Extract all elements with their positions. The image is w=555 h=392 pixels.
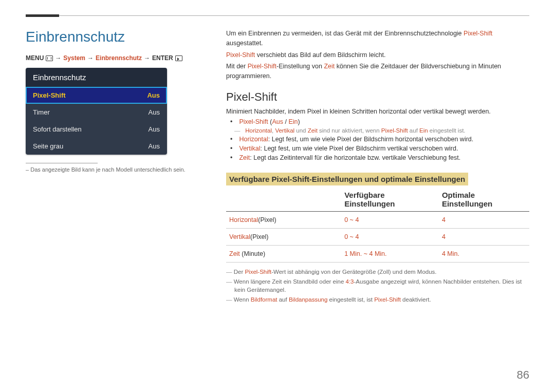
osd-row-sofort: Sofort darstellen Aus	[26, 121, 167, 138]
intro-line-2: Pixel-Shift verschiebt das Bild auf dem …	[226, 50, 529, 60]
bullet-horizontal: Horizontal: Legt fest, um wie viele Pixe…	[237, 136, 529, 143]
osd-row-label: Sofort darstellen	[33, 125, 82, 133]
osd-row-timer: Timer Aus	[26, 104, 167, 121]
table-row: Zeit (Minute) 1 Min. ~ 4 Min. 4 Min.	[226, 245, 529, 262]
th-optimal: Optimale Einstellungen	[439, 186, 529, 212]
page-title: Einbrennschutz	[26, 29, 206, 45]
footnote-1: Der Pixel-Shift-Wert ist abhängig von de…	[226, 268, 529, 276]
footnote-2: Wenn längere Zeit ein Standbild oder ein…	[226, 277, 529, 294]
osd-row-pixel-shift: Pixel-Shift Aus	[26, 87, 167, 104]
page-number: 86	[517, 368, 529, 382]
bullet-pixel-shift: Pixel-Shift (Aus / Ein)	[237, 118, 529, 125]
breadcrumb-section: Einbrennschutz	[96, 54, 142, 62]
th-blank	[226, 186, 341, 212]
section-heading: Pixel-Shift	[226, 90, 529, 104]
right-column: Um ein Einbrennen zu vermeiden, ist das …	[226, 29, 529, 305]
osd-row-value: Aus	[149, 142, 160, 150]
breadcrumb: MENU → System → Einbrennschutz → ENTER	[26, 54, 206, 62]
osd-row-label: Seite grau	[33, 142, 63, 150]
settings-banner: Verfügbare Pixel-Shift-Einstellungen und…	[226, 173, 468, 185]
footnote-3: Wenn Bildformat auf Bildanpassung einges…	[226, 295, 529, 304]
bullet-vertikal: Vertikal: Legt fest, um wie viele Pixel …	[237, 145, 529, 152]
breadcrumb-enter: ENTER	[152, 54, 173, 62]
table-row: Horizontal(Pixel) 0 ~ 4 4	[226, 211, 529, 228]
osd-row-seite-grau: Seite grau Aus	[26, 138, 167, 155]
footnote-rule	[26, 163, 98, 163]
osd-row-value: Aus	[149, 125, 160, 133]
osd-row-value: Aus	[149, 108, 160, 116]
table-row: Vertikal(Pixel) 0 ~ 4 4	[226, 228, 529, 245]
breadcrumb-menu: MENU	[26, 54, 44, 62]
osd-title: Einbrennschutz	[26, 68, 167, 87]
footnotes: Der Pixel-Shift-Wert ist abhängig von de…	[226, 268, 529, 304]
osd-row-label: Timer	[33, 108, 50, 116]
arrow-icon: →	[87, 54, 94, 62]
bullet-zeit: Zeit: Legt das Zeitintervall für die hor…	[237, 154, 529, 161]
intro-line-1: Um ein Einbrennen zu vermeiden, ist das …	[226, 29, 529, 48]
osd-row-label: Pixel-Shift	[33, 91, 66, 99]
osd-panel: Einbrennschutz Pixel-Shift Aus Timer Aus…	[26, 68, 167, 155]
bullet-list: Horizontal: Legt fest, um wie viele Pixe…	[226, 136, 529, 161]
breadcrumb-system: System	[63, 54, 85, 62]
osd-row-value: Aus	[147, 91, 160, 99]
th-available: Verfügbare Einstellungen	[341, 186, 439, 212]
top-rule	[26, 15, 529, 16]
menu-icon	[46, 55, 53, 61]
bullet-list: Pixel-Shift (Aus / Ein)	[226, 118, 529, 125]
left-column: Einbrennschutz MENU → System → Einbrenns…	[26, 29, 206, 305]
intro-line-3: Mit der Pixel-Shift-Einstellung von Zeit…	[226, 62, 529, 81]
sub-note-activation: Horizontal, Vertikal und Zeit sind nur a…	[226, 127, 529, 134]
settings-table: Verfügbare Einstellungen Optimale Einste…	[226, 186, 529, 263]
intro-block: Um ein Einbrennen zu vermeiden, ist das …	[226, 29, 529, 81]
section-desc: Minimiert Nachbilder, indem Pixel in kle…	[226, 108, 529, 115]
arrow-icon: →	[144, 54, 150, 62]
arrow-icon: →	[55, 54, 61, 62]
model-note: Das angezeigte Bild kann je nach Modell …	[26, 166, 206, 173]
enter-icon	[175, 55, 182, 61]
